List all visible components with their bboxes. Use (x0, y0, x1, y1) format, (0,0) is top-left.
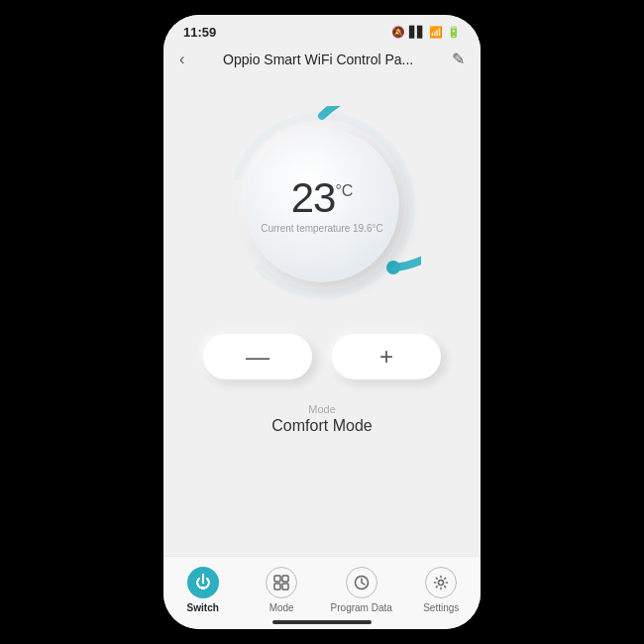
increase-icon: + (379, 343, 393, 371)
svg-rect-1 (274, 576, 280, 582)
mode-section: Mode Comfort Mode (271, 403, 372, 435)
status-bar: 11:59 🔕 ▋▋ 📶 🔋 (163, 15, 481, 46)
mode-icon (266, 567, 297, 598)
nav-item-program-data[interactable]: Program Data (331, 567, 392, 613)
status-icons: 🔕 ▋▋ 📶 🔋 (391, 26, 461, 39)
mode-value: Comfort Mode (271, 417, 372, 435)
svg-rect-3 (274, 584, 280, 590)
temp-unit: °C (335, 183, 353, 199)
mode-label: Mode (271, 403, 372, 415)
back-button[interactable]: ‹ (179, 51, 184, 68)
main-content: 23 °C Current temperature 19.6°C — + Mod… (163, 76, 481, 556)
temp-control-row: — + (183, 334, 461, 379)
program-data-icon (346, 567, 377, 598)
thermostat-dial[interactable]: 23 °C Current temperature 19.6°C (223, 106, 421, 304)
switch-label: Switch (187, 602, 219, 613)
svg-rect-4 (282, 584, 288, 590)
temp-display: 23 °C (291, 177, 354, 219)
page-title: Oppio Smart WiFi Control Pa... (223, 52, 413, 67)
svg-point-6 (439, 581, 444, 586)
dial-indicator-dot (386, 261, 400, 274)
phone-frame: 11:59 🔕 ▋▋ 📶 🔋 ‹ Oppio Smart WiFi Contro… (163, 15, 481, 629)
status-time: 11:59 (183, 25, 216, 40)
battery-icon: 🔋 (447, 26, 461, 39)
nav-item-switch[interactable]: ⏻ Switch (173, 567, 233, 613)
increase-button[interactable]: + (332, 334, 441, 379)
dial-inner: 23 °C Current temperature 19.6°C (246, 129, 399, 282)
wifi-icon: 📶 (429, 26, 443, 39)
signal-icon: ▋▋ (409, 26, 425, 39)
decrease-icon: — (246, 343, 269, 371)
bottom-nav: ⏻ Switch Mode Program Data (163, 556, 481, 629)
edit-button[interactable]: ✎ (452, 50, 465, 68)
settings-label: Settings (423, 602, 459, 613)
mute-icon: 🔕 (391, 26, 405, 39)
mode-nav-label: Mode (269, 602, 294, 613)
switch-icon: ⏻ (187, 567, 219, 598)
svg-rect-2 (282, 576, 288, 582)
current-temperature: Current temperature 19.6°C (261, 223, 383, 234)
program-data-label: Program Data (331, 602, 392, 613)
nav-item-mode[interactable]: Mode (252, 567, 311, 613)
settings-icon (425, 567, 457, 598)
nav-item-settings[interactable]: Settings (411, 567, 471, 613)
set-temperature: 23 (291, 177, 336, 219)
home-indicator (272, 620, 372, 624)
nav-bar: ‹ Oppio Smart WiFi Control Pa... ✎ (163, 46, 481, 76)
decrease-button[interactable]: — (203, 334, 312, 379)
